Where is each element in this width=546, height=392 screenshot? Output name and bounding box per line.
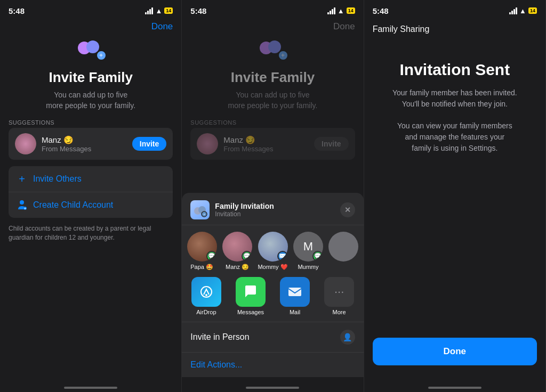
status-icons-3: ▲ 14: [509, 7, 537, 15]
share-sheet-title: Family Invitation: [215, 202, 340, 210]
plus-icon: +: [16, 173, 28, 185]
home-indicator-3: [364, 381, 545, 392]
panel-1: 5:48 ▲ 14 Done + Invite Family You can a: [0, 0, 182, 392]
contact-name-manz: Manz 😏: [226, 264, 249, 271]
battery-2: 14: [347, 7, 355, 14]
avatar-manz-share: 💬: [222, 232, 252, 262]
more-label: More: [333, 309, 346, 315]
suggestion-sub-2: From Messages: [223, 145, 314, 153]
wifi-icon-2: ▲: [338, 7, 344, 15]
status-time-2: 5:48: [190, 6, 206, 15]
contact-mommy[interactable]: ✉️ Mommy ❤️: [257, 232, 288, 271]
share-title-group: Family Invitation Invitation: [215, 202, 340, 218]
panel-2-subtitle: You can add up to fivemore people to you…: [228, 90, 318, 111]
avatar-mommy: ✉️: [258, 232, 288, 262]
contact-mummy[interactable]: M 💬 Mummy: [293, 232, 324, 271]
share-sheet: + Family Invitation Invitation ✕ 💬 Papa …: [182, 193, 363, 377]
create-child-label: Create Child Account: [33, 200, 113, 210]
suggestion-sub-1: From Messages: [42, 145, 132, 153]
wifi-icon-1: ▲: [155, 7, 162, 15]
avatar-more: [328, 232, 358, 262]
contact-papa[interactable]: 💬 Papa 🤩: [186, 232, 217, 271]
signal-icon-2: [327, 7, 335, 14]
person-icon: 👤: [340, 330, 355, 345]
invite-person-label: Invite in Person: [190, 332, 340, 342]
badge-manz: 💬: [242, 251, 252, 262]
action-section-1: + Invite Others + Create Child Account: [9, 166, 173, 218]
suggestion-info-1: Manz 😏 From Messages: [42, 135, 132, 153]
invitation-sent-title: Invitation Sent: [399, 61, 510, 79]
suggestion-row-2[interactable]: Manz 😏 From Messages Invite: [190, 128, 355, 160]
suggestions-label-1: SUGGESTIONS: [9, 119, 173, 126]
messages-label: Messages: [237, 309, 264, 315]
panel-1-subtitle: You can add up to fivemore people to you…: [46, 90, 135, 111]
suggestion-info-2: Manz 😏 From Messages: [223, 135, 314, 153]
done-button-1[interactable]: Done: [151, 21, 173, 32]
panel-1-content: + Invite Family You can add up to fivemo…: [0, 36, 181, 381]
panel3-done-button[interactable]: Done: [373, 338, 537, 365]
airdrop-label: AirDrop: [196, 309, 216, 315]
contact-name-mummy: Mummy: [298, 264, 318, 271]
contact-name-mommy: Mommy ❤️: [258, 264, 287, 271]
contact-manz[interactable]: 💬 Manz 😏: [222, 232, 253, 271]
invite-others-btn[interactable]: + Invite Others: [9, 166, 173, 192]
status-bar-3: 5:48 ▲ 14: [364, 0, 545, 19]
svg-point-1: [86, 40, 99, 53]
suggestions-label-2: SUGGESTIONS: [190, 119, 355, 126]
done-button-2[interactable]: Done: [333, 21, 355, 32]
panel-3: 5:48 ▲ 14 Family Sharing Invitation Sent…: [364, 0, 546, 392]
suggestion-row-1[interactable]: Manz 😏 From Messages Invite: [9, 128, 173, 160]
panel3-header: Family Sharing: [364, 19, 545, 50]
invitation-sent-text2: You can view your family membersand mana…: [397, 120, 512, 154]
airdrop-item[interactable]: AirDrop: [186, 277, 226, 315]
share-sheet-header: + Family Invitation Invitation ✕: [182, 193, 363, 225]
invite-button-2[interactable]: Invite: [314, 137, 349, 151]
badge-mummy: 💬: [312, 251, 323, 262]
messages-item[interactable]: Messages: [230, 277, 270, 315]
svg-point-4: [20, 200, 24, 205]
status-time-3: 5:48: [373, 6, 389, 15]
airdrop-icon: [191, 277, 221, 307]
family-sharing-label: Family Sharing: [373, 24, 537, 34]
more-icon: ···: [324, 277, 354, 307]
invite-person-row[interactable]: Invite in Person 👤: [182, 322, 363, 353]
status-bar-2: 5:48 ▲ 14: [182, 0, 363, 19]
suggestion-name-1: Manz 😏: [42, 135, 132, 145]
invite-others-label: Invite Others: [33, 174, 82, 184]
invite-button-1[interactable]: Invite: [132, 137, 167, 151]
svg-text:+: +: [24, 207, 26, 210]
signal-icon-3: [509, 7, 517, 14]
share-close-button[interactable]: ✕: [340, 202, 355, 217]
family-icon-1: +: [75, 36, 107, 63]
battery-3: 14: [528, 7, 537, 14]
more-item[interactable]: ··· More: [319, 277, 359, 315]
avatar-manz-2: [197, 133, 218, 154]
family-icon-2: +: [256, 36, 288, 63]
create-child-btn[interactable]: + Create Child Account: [9, 192, 173, 218]
avatar-manz-1: [15, 133, 36, 154]
edit-actions-label: Edit Actions...: [190, 360, 242, 369]
nav-bar-1: Done: [0, 19, 181, 36]
messages-icon: [236, 277, 266, 307]
badge-mommy: ✉️: [277, 251, 288, 262]
edit-actions-row[interactable]: Edit Actions...: [182, 353, 363, 377]
home-indicator-2: [182, 381, 363, 392]
suggestion-name-2: Manz 😏: [223, 135, 314, 145]
share-sheet-subtitle: Invitation: [215, 210, 340, 218]
mail-item[interactable]: Mail: [275, 277, 315, 315]
invitation-sent-text1: Your family member has been invited.You'…: [392, 87, 517, 110]
child-icon: +: [16, 199, 28, 211]
badge-papa: 💬: [206, 251, 217, 262]
contact-more[interactable]: [328, 232, 359, 271]
svg-point-8: [268, 40, 281, 53]
avatar-mummy: M 💬: [293, 232, 323, 262]
svg-text:+: +: [281, 52, 285, 59]
status-time-1: 5:48: [9, 6, 25, 15]
panel-2-title: Invite Family: [231, 69, 315, 86]
home-indicator-1: [0, 381, 181, 392]
signal-icon-1: [145, 7, 153, 14]
nav-bar-2: Done: [182, 19, 363, 36]
mail-icon: [280, 277, 310, 307]
app-share-row: AirDrop Messages Mail: [182, 277, 363, 322]
battery-1: 14: [164, 7, 173, 14]
